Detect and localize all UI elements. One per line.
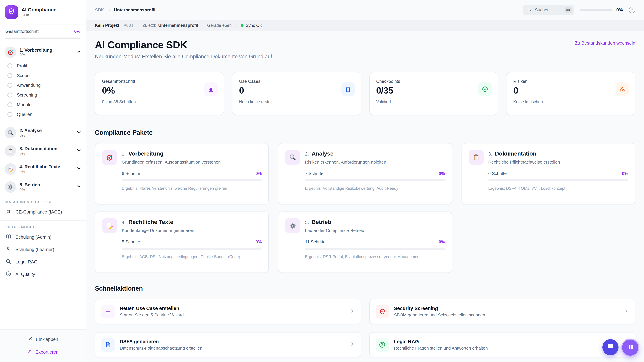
sidebar-step-screening[interactable]: Screening: [5, 90, 82, 100]
stat-sub: Validiert: [376, 99, 491, 104]
phase-header-dokumentation[interactable]: 3. Dokumentation 0%: [4, 144, 82, 158]
last-value: Unternehmensprofil: [158, 23, 198, 28]
stat-label: Checkpoints: [376, 79, 491, 84]
topbar-progress-bar: [580, 9, 612, 11]
action-description: Datenschutz-Folgenabschaetzung erstellen: [120, 346, 345, 351]
phase-label: 1. Vorbereitung: [20, 48, 73, 53]
search-circle-icon: [376, 338, 389, 352]
clipboard-emoji-icon: [5, 145, 16, 157]
breadcrumb-root[interactable]: SDK: [95, 7, 104, 12]
package-result: Ergebnis: Klares Verständnis, welche Reg…: [122, 186, 262, 191]
sidebar-section-maschinenrecht: MASCHINENRECHT / CE CE-Compliance (IACE): [0, 195, 86, 220]
keyboard-shortcut-badge: ⌘K: [564, 7, 572, 12]
action-title: Legal RAG: [394, 339, 619, 344]
package-description: Risiken erkennen, Anforderungen ableiten: [305, 160, 445, 165]
chevron-right-icon: [624, 308, 629, 315]
package-result: Ergebnis: DSFA, TOMs, VVT, Löschkonzept: [488, 186, 628, 191]
package-card-vorbereitung[interactable]: 1. Vorbereitung Grundlagen erfassen, Aus…: [95, 143, 269, 204]
stats-row: Gesamtfortschritt 0% 0 von 35 Schritten …: [95, 72, 635, 115]
phase-header-vorbereitung[interactable]: 1. Vorbereitung 0%: [4, 45, 82, 59]
package-result: Ergebnis: DSR-Portal, Eskalationsprozess…: [305, 254, 445, 259]
divider: [138, 23, 138, 28]
package-card-dokumentation[interactable]: 3. Dokumentation Rechtliche Pflichtnachw…: [461, 143, 635, 204]
stat-card-risiken: Risiken 0 Keine kritischen: [506, 72, 636, 115]
topbar: SDK Unternehmensprofil Suchen... ⌘K 0% ?: [86, 0, 644, 20]
step-circle-icon: [8, 92, 12, 97]
switch-to-existing-customers-link[interactable]: Zu Bestandskunden wechseln: [575, 40, 635, 45]
sidebar-step-anwendung[interactable]: Anwendung: [5, 80, 82, 90]
stat-label: Risiken: [513, 79, 628, 84]
step-circle-icon: [8, 73, 12, 78]
sidebar-step-profil[interactable]: Profil: [5, 61, 82, 71]
sidebar-item-label: AI Quality: [16, 272, 35, 277]
check-circle-icon: [478, 82, 492, 96]
sidebar-item-ai-quality[interactable]: AI Quality: [0, 268, 86, 281]
package-progress-bar: [488, 179, 628, 181]
package-steps: 11 Schritte: [305, 239, 326, 244]
sidebar-phase-rechtliche-texte: 4. Rechtliche Texte 0%: [0, 159, 86, 177]
phase-header-betrieb[interactable]: 5. Betrieb 0%: [4, 180, 82, 194]
board-button[interactable]: [621, 339, 639, 357]
phase-progress: 0%: [20, 170, 73, 174]
export-label: Exportieren: [36, 350, 58, 355]
page-subtitle: Neukunden-Modus: Erstellen Sie alle Comp…: [95, 54, 274, 60]
action-new-use-case[interactable]: Neuen Use Case erstellen Starten Sie den…: [95, 299, 361, 324]
package-card-rechtliche-texte[interactable]: 4. Rechtliche Texte Kundenfähige Dokumen…: [95, 212, 269, 273]
quick-actions-heading: Schnellaktionen: [95, 285, 635, 292]
sidebar-item-schulung-learner[interactable]: Schulung (Learner): [0, 243, 86, 256]
page-header: AI Compliance SDK Neukunden-Modus: Erste…: [95, 39, 635, 60]
step-circle-icon: [8, 63, 12, 68]
warning-icon: [616, 82, 629, 96]
target-icon: [5, 46, 16, 58]
divider: [202, 23, 203, 28]
stat-label: Gesamtfortschritt: [102, 79, 217, 84]
project-name: Kein Projekt: [95, 23, 120, 28]
search-icon: [5, 258, 12, 266]
package-progress: 0%: [622, 171, 628, 176]
gear-icon: [5, 181, 16, 193]
package-card-betrieb[interactable]: 5. Betrieb Laufender Compliance-Betrieb …: [278, 212, 452, 273]
phase-header-rechtliche-texte[interactable]: 4. Rechtliche Texte 0%: [4, 162, 82, 176]
phase-label: 2. Analyse: [20, 128, 73, 133]
magnifier-icon: [5, 127, 16, 138]
stat-value: 0%: [102, 85, 217, 96]
phase-header-analyse[interactable]: 2. Analyse 0%: [4, 126, 82, 139]
sidebar-item-schulung-admin[interactable]: Schulung (Admin): [0, 231, 86, 243]
package-progress: 0%: [439, 171, 445, 176]
packages-grid: 1. Vorbereitung Grundlagen erfassen, Aus…: [95, 143, 635, 273]
step-circle-icon: [8, 112, 12, 117]
action-security-screening[interactable]: Security Screening SBOM generieren und S…: [369, 299, 635, 324]
chat-button[interactable]: [602, 339, 618, 355]
package-steps: 7 Schritte: [305, 171, 324, 176]
stat-value: 0: [239, 85, 354, 96]
sidebar-item-ce-compliance[interactable]: CE-Compliance (IACE): [0, 206, 86, 218]
package-number: 2.: [305, 151, 309, 157]
quick-actions-grid: Neuen Use Case erstellen Starten Sie den…: [95, 299, 635, 357]
gear-icon: [285, 218, 300, 233]
divider: [236, 23, 236, 28]
package-progress-bar: [305, 248, 445, 250]
shield-check-icon: [376, 305, 389, 318]
action-dsfa-generieren[interactable]: DSFA generieren Datenschutz-Folgenabscha…: [95, 332, 361, 357]
action-legal-rag[interactable]: Legal RAG Rechtliche Fragen stellen und …: [369, 332, 635, 357]
chevron-down-icon: [76, 184, 81, 190]
phase-label: 4. Rechtliche Texte: [20, 164, 73, 169]
sidebar-step-quellen[interactable]: Quellen: [5, 110, 82, 119]
package-card-analyse[interactable]: 2. Analyse Risiken erkennen, Anforderung…: [278, 143, 452, 204]
last-label: Zuletzt:: [142, 23, 156, 28]
action-title: Neuen Use Case erstellen: [120, 306, 345, 311]
sidebar-step-scope[interactable]: Scope: [5, 71, 82, 80]
collapse-label: Einklappen: [36, 337, 58, 342]
sidebar-item-legal-rag[interactable]: Legal RAG: [0, 256, 86, 268]
help-icon[interactable]: ?: [629, 7, 635, 13]
sidebar-section-zusatzmodule: ZUSATZMODULE Schulung (Admin) Schulung (…: [0, 220, 86, 283]
stat-sub: Noch keine erstellt: [239, 99, 354, 104]
app-window: AI Compliance SDK Gesamtfortschritt 0% 1…: [0, 0, 644, 362]
sidebar-step-module[interactable]: Module: [5, 100, 82, 110]
package-title: Betrieb: [312, 219, 331, 226]
export-button[interactable]: Exportieren: [3, 347, 82, 357]
search-input[interactable]: Suchen... ⌘K: [524, 5, 574, 15]
version-badge: V001: [124, 23, 134, 28]
action-title: Security Screening: [394, 306, 619, 311]
collapse-sidebar-button[interactable]: Einklappen: [3, 334, 82, 344]
